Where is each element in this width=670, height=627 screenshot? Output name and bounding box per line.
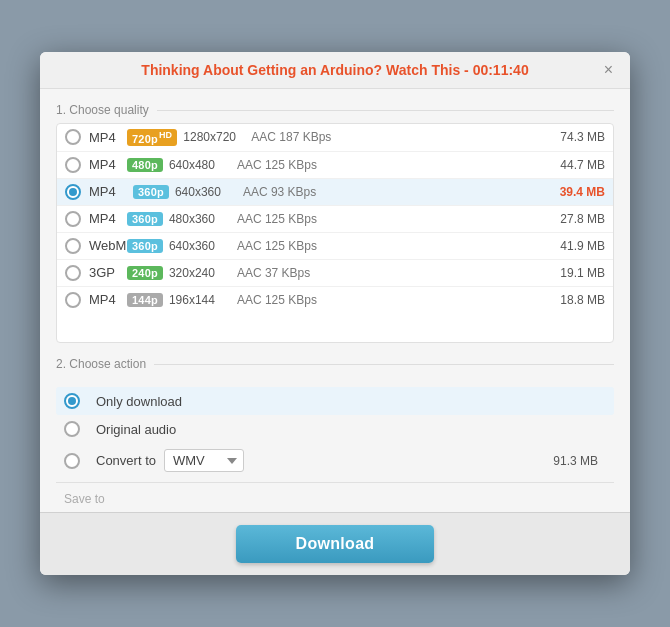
format-label-6: MP4 — [89, 292, 127, 307]
dialog-footer: Download — [40, 512, 630, 575]
resolution-2: 640x360 — [175, 185, 243, 199]
radio-original-audio — [64, 421, 80, 437]
format-label-0: MP4 — [89, 130, 127, 145]
audio-info-6: AAC 125 KBps — [237, 293, 547, 307]
resolution-6: 196x144 — [169, 293, 237, 307]
convert-size-text: 91.3 MB — [553, 454, 606, 468]
quality-list[interactable]: MP4720pHD1280x720AAC 187 KBps74.3 MBMP44… — [56, 123, 614, 343]
size-4: 41.9 MB — [547, 239, 605, 253]
resolution-5: 320x240 — [169, 266, 237, 280]
quality-row-1[interactable]: MP4480p640x480AAC 125 KBps44.7 MB — [57, 152, 613, 179]
action-original-audio[interactable]: Original audio — [56, 415, 614, 443]
save-to-row: Save to — [56, 482, 614, 512]
radio-quality-6 — [65, 292, 81, 308]
close-button[interactable]: × — [599, 60, 618, 80]
resolution-1: 640x480 — [169, 158, 237, 172]
original-audio-label: Original audio — [96, 422, 176, 437]
size-2: 39.4 MB — [547, 185, 605, 199]
quality-section-label: 1. Choose quality — [56, 103, 614, 117]
quality-row-6[interactable]: MP4144p196x144AAC 125 KBps18.8 MB — [57, 287, 613, 313]
action-section: Only download Original audio Convert to … — [56, 377, 614, 512]
resolution-4: 640x360 — [169, 239, 237, 253]
action-convert-row: Convert to WMV AVI MP4 MOV MKV MP3 AAC 9… — [56, 443, 614, 478]
badge-0: 720pHD — [127, 129, 177, 146]
dialog-header: Thinking About Getting an Arduino? Watch… — [40, 52, 630, 89]
radio-quality-4 — [65, 238, 81, 254]
format-label-1: MP4 — [89, 157, 127, 172]
badge-5: 240p — [127, 266, 163, 280]
radio-quality-5 — [65, 265, 81, 281]
audio-info-1: AAC 125 KBps — [237, 158, 547, 172]
convert-to-label: Convert to — [96, 453, 156, 468]
radio-quality-1 — [65, 157, 81, 173]
radio-convert[interactable] — [64, 453, 80, 469]
dialog-time: 00:11:40 — [473, 62, 529, 78]
radio-quality-3 — [65, 211, 81, 227]
resolution-3: 480x360 — [169, 212, 237, 226]
badge-1: 480p — [127, 158, 163, 172]
size-5: 19.1 MB — [547, 266, 605, 280]
action-only-download[interactable]: Only download — [56, 387, 614, 415]
badge-4: 360p — [127, 239, 163, 253]
dialog-title-text: Thinking About Getting an Arduino? Watch… — [141, 62, 472, 78]
convert-format-select[interactable]: WMV AVI MP4 MOV MKV MP3 AAC — [164, 449, 244, 472]
resolution-0: 1280x720 — [183, 130, 251, 144]
radio-only-download — [64, 393, 80, 409]
size-3: 27.8 MB — [547, 212, 605, 226]
save-to-label: Save to — [64, 492, 105, 506]
download-button[interactable]: Download — [236, 525, 435, 563]
only-download-label: Only download — [96, 394, 182, 409]
dialog-title: Thinking About Getting an Arduino? Watch… — [141, 62, 528, 78]
quality-row-5[interactable]: 3GP240p320x240AAC 37 KBps19.1 MB — [57, 260, 613, 287]
format-label-5: 3GP — [89, 265, 127, 280]
download-dialog: Thinking About Getting an Arduino? Watch… — [40, 52, 630, 575]
radio-quality-2 — [65, 184, 81, 200]
badge-3: 360p — [127, 212, 163, 226]
format-label-3: MP4 — [89, 211, 127, 226]
size-0: 74.3 MB — [547, 130, 605, 144]
format-label-2: MP4 — [89, 184, 127, 199]
badge-2: 360p — [133, 185, 169, 199]
format-label-4: WebM — [89, 238, 127, 253]
action-section-label: 2. Choose action — [56, 357, 614, 371]
audio-info-3: AAC 125 KBps — [237, 212, 547, 226]
quality-row-2[interactable]: MP4360p640x360AAC 93 KBps39.4 MB — [57, 179, 613, 206]
audio-info-2: AAC 93 KBps — [243, 185, 547, 199]
size-6: 18.8 MB — [547, 293, 605, 307]
radio-quality-0 — [65, 129, 81, 145]
quality-row-0[interactable]: MP4720pHD1280x720AAC 187 KBps74.3 MB — [57, 124, 613, 152]
badge-6: 144p — [127, 293, 163, 307]
audio-info-0: AAC 187 KBps — [251, 130, 547, 144]
size-1: 44.7 MB — [547, 158, 605, 172]
audio-info-5: AAC 37 KBps — [237, 266, 547, 280]
dialog-body: 1. Choose quality MP4720pHD1280x720AAC 1… — [40, 89, 630, 512]
quality-row-3[interactable]: MP4360p480x360AAC 125 KBps27.8 MB — [57, 206, 613, 233]
quality-row-4[interactable]: WebM360p640x360AAC 125 KBps41.9 MB — [57, 233, 613, 260]
audio-info-4: AAC 125 KBps — [237, 239, 547, 253]
